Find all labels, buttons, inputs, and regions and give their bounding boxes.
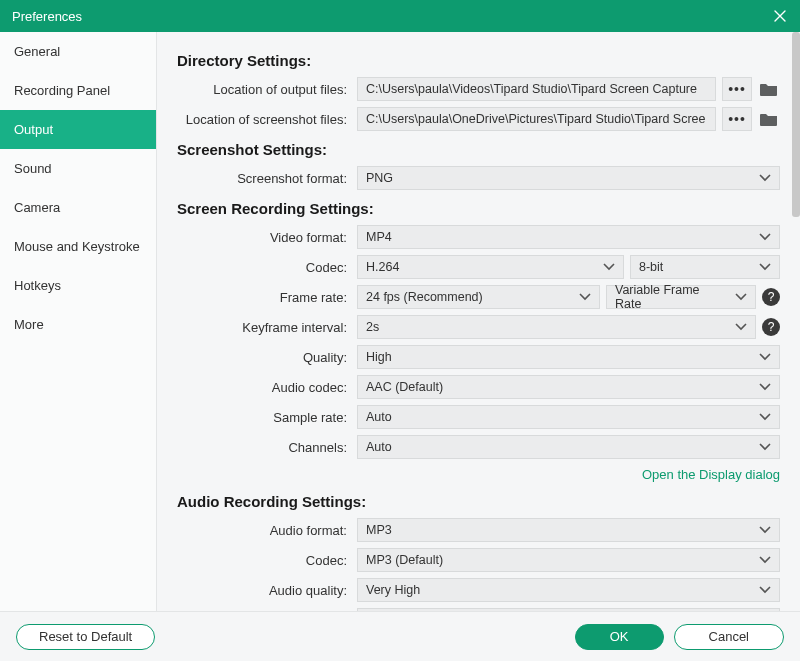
audio-quality-select[interactable]: Very High xyxy=(357,578,780,602)
display-dialog-link-row: Open the Display dialog xyxy=(177,465,780,483)
section-title-screenshot: Screenshot Settings: xyxy=(177,141,780,158)
keyframe-help-icon[interactable]: ? xyxy=(762,318,780,336)
sidebar-item-label: General xyxy=(14,44,60,59)
button-label: OK xyxy=(610,629,629,644)
row-audio-codec: Audio codec: AAC (Default) xyxy=(177,375,780,399)
sidebar-item-label: More xyxy=(14,317,44,332)
sidebar-item-sound[interactable]: Sound xyxy=(0,149,156,188)
sidebar-item-label: Output xyxy=(14,122,53,137)
framerate-mode-select[interactable]: Variable Frame Rate xyxy=(606,285,756,309)
select-value: MP3 (Default) xyxy=(366,553,443,567)
row-channels: Channels: Auto xyxy=(177,435,780,459)
section-title-audio-recording: Audio Recording Settings: xyxy=(177,493,780,510)
sidebar-item-label: Sound xyxy=(14,161,52,176)
audio-sample-rate-select[interactable]: Auto xyxy=(357,608,780,611)
select-value: High xyxy=(366,350,392,364)
row-frame-rate: Frame rate: 24 fps (Recommend) Variable … xyxy=(177,285,780,309)
sample-rate-select[interactable]: Auto xyxy=(357,405,780,429)
sidebar-item-hotkeys[interactable]: Hotkeys xyxy=(0,266,156,305)
select-value: MP4 xyxy=(366,230,392,244)
chevron-down-icon xyxy=(735,293,747,301)
chevron-down-icon xyxy=(759,263,771,271)
label-quality: Quality: xyxy=(177,350,357,365)
select-value: Variable Frame Rate xyxy=(615,283,729,311)
content-scroll: Directory Settings: Location of output f… xyxy=(157,32,800,611)
preferences-window: Preferences General Recording Panel Outp… xyxy=(0,0,800,661)
close-icon[interactable] xyxy=(770,6,790,26)
audio-codec-select[interactable]: AAC (Default) xyxy=(357,375,780,399)
row-keyframe-interval: Keyframe interval: 2s ? xyxy=(177,315,780,339)
label-audio-quality: Audio quality: xyxy=(177,583,357,598)
select-value: Auto xyxy=(366,410,392,424)
select-value: Auto xyxy=(366,440,392,454)
output-path-field[interactable]: C:\Users\paula\Videos\Tipard Studio\Tipa… xyxy=(357,77,716,101)
button-label: Cancel xyxy=(709,629,749,644)
keyframe-interval-select[interactable]: 2s xyxy=(357,315,756,339)
row-audio-sample-rate: Sample rate: Auto xyxy=(177,608,780,611)
label-output-location: Location of output files: xyxy=(177,82,357,97)
label-keyframe-interval: Keyframe interval: xyxy=(177,320,357,335)
framerate-help-icon[interactable]: ? xyxy=(762,288,780,306)
sidebar-item-general[interactable]: General xyxy=(0,32,156,71)
chevron-down-icon xyxy=(759,174,771,182)
select-value: MP3 xyxy=(366,523,392,537)
chevron-down-icon xyxy=(759,383,771,391)
chevron-down-icon xyxy=(759,443,771,451)
audio-format-select[interactable]: MP3 xyxy=(357,518,780,542)
row-screenshot-location: Location of screenshot files: C:\Users\p… xyxy=(177,107,780,131)
sidebar-item-recording-panel[interactable]: Recording Panel xyxy=(0,71,156,110)
open-output-folder-icon[interactable] xyxy=(758,78,780,100)
section-title-directory: Directory Settings: xyxy=(177,52,780,69)
chevron-down-icon xyxy=(579,293,591,301)
sidebar-item-output[interactable]: Output xyxy=(0,110,156,149)
codec-select[interactable]: H.264 xyxy=(357,255,624,279)
footer: Reset to Default OK Cancel xyxy=(0,611,800,661)
chevron-down-icon xyxy=(759,556,771,564)
select-value: AAC (Default) xyxy=(366,380,443,394)
row-quality: Quality: High xyxy=(177,345,780,369)
channels-select[interactable]: Auto xyxy=(357,435,780,459)
ellipsis-icon: ••• xyxy=(728,111,746,127)
sidebar-item-camera[interactable]: Camera xyxy=(0,188,156,227)
label-screenshot-format: Screenshot format: xyxy=(177,171,357,186)
video-format-select[interactable]: MP4 xyxy=(357,225,780,249)
open-screenshot-folder-icon[interactable] xyxy=(758,108,780,130)
sidebar-item-label: Camera xyxy=(14,200,60,215)
label-video-format: Video format: xyxy=(177,230,357,245)
content-area: Directory Settings: Location of output f… xyxy=(157,32,800,611)
reset-to-default-button[interactable]: Reset to Default xyxy=(16,624,155,650)
audio-codec2-select[interactable]: MP3 (Default) xyxy=(357,548,780,572)
screenshot-format-select[interactable]: PNG xyxy=(357,166,780,190)
sidebar-item-more[interactable]: More xyxy=(0,305,156,344)
ok-button[interactable]: OK xyxy=(575,624,664,650)
titlebar: Preferences xyxy=(0,0,800,32)
bitdepth-select[interactable]: 8-bit xyxy=(630,255,780,279)
select-value: PNG xyxy=(366,171,393,185)
label-frame-rate: Frame rate: xyxy=(177,290,357,305)
window-title: Preferences xyxy=(12,9,770,24)
browse-screenshot-button[interactable]: ••• xyxy=(722,107,752,131)
body: General Recording Panel Output Sound Cam… xyxy=(0,32,800,611)
chevron-down-icon xyxy=(603,263,615,271)
section-title-screen-recording: Screen Recording Settings: xyxy=(177,200,780,217)
ellipsis-icon: ••• xyxy=(728,81,746,97)
label-audio-format: Audio format: xyxy=(177,523,357,538)
screenshot-path-field[interactable]: C:\Users\paula\OneDrive\Pictures\Tipard … xyxy=(357,107,716,131)
framerate-select[interactable]: 24 fps (Recommend) xyxy=(357,285,600,309)
row-video-format: Video format: MP4 xyxy=(177,225,780,249)
quality-select[interactable]: High xyxy=(357,345,780,369)
sidebar: General Recording Panel Output Sound Cam… xyxy=(0,32,157,611)
select-value: 8-bit xyxy=(639,260,663,274)
label-audio-codec: Audio codec: xyxy=(177,380,357,395)
select-value: 2s xyxy=(366,320,379,334)
sidebar-item-mouse-keystroke[interactable]: Mouse and Keystroke xyxy=(0,227,156,266)
cancel-button[interactable]: Cancel xyxy=(674,624,784,650)
open-display-dialog-link[interactable]: Open the Display dialog xyxy=(642,467,780,482)
chevron-down-icon xyxy=(735,323,747,331)
chevron-down-icon xyxy=(759,586,771,594)
row-codec: Codec: H.264 8-bit xyxy=(177,255,780,279)
label-screenshot-location: Location of screenshot files: xyxy=(177,112,357,127)
row-audio-codec2: Codec: MP3 (Default) xyxy=(177,548,780,572)
row-screenshot-format: Screenshot format: PNG xyxy=(177,166,780,190)
browse-output-button[interactable]: ••• xyxy=(722,77,752,101)
